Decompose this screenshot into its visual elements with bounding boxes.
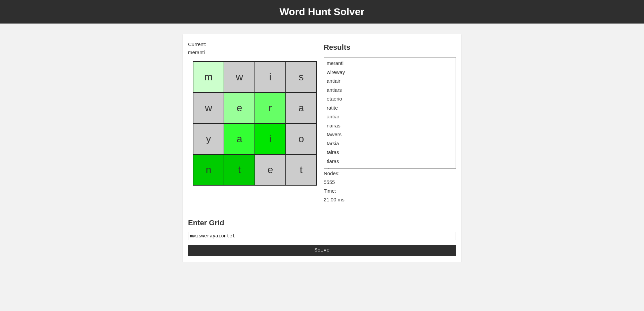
- top-row: Current: meranti m w i s w e r a y a i o…: [188, 40, 456, 204]
- grid-cell[interactable]: e: [224, 92, 255, 123]
- grid-cell[interactable]: t: [286, 154, 317, 185]
- enter-grid-heading: Enter Grid: [188, 219, 456, 227]
- stats-block: Nodes: 5555 Time: 21.00 ms: [324, 169, 456, 204]
- result-item[interactable]: ratite: [327, 104, 453, 113]
- result-item[interactable]: tairas: [327, 148, 453, 157]
- result-item[interactable]: wireway: [327, 68, 453, 77]
- result-item[interactable]: antiair: [327, 77, 453, 86]
- page-title: Word Hunt Solver: [280, 6, 365, 17]
- current-word: meranti: [188, 48, 317, 56]
- grid-cell[interactable]: y: [193, 123, 224, 154]
- grid-cell[interactable]: m: [193, 62, 224, 92]
- main-card: Current: meranti m w i s w e r a y a i o…: [183, 34, 461, 262]
- result-item[interactable]: tiaras: [327, 157, 453, 166]
- grid-cell[interactable]: n: [193, 154, 224, 185]
- result-item[interactable]: antiars: [327, 86, 453, 95]
- result-item[interactable]: tarsia: [327, 139, 453, 148]
- results-heading: Results: [324, 43, 456, 52]
- solve-button[interactable]: Solve: [188, 245, 456, 256]
- grid-cell[interactable]: a: [286, 92, 317, 123]
- grid-cell[interactable]: o: [286, 123, 317, 154]
- page-header: Word Hunt Solver: [0, 0, 644, 24]
- left-panel: Current: meranti m w i s w e r a y a i o…: [188, 40, 317, 204]
- nodes-label: Nodes:: [324, 169, 456, 178]
- letter-grid: m w i s w e r a y a i o n t e t: [193, 61, 317, 186]
- grid-cell[interactable]: t: [224, 154, 255, 185]
- grid-cell[interactable]: i: [255, 123, 286, 154]
- result-item[interactable]: etaerio: [327, 94, 453, 104]
- grid-input[interactable]: [188, 232, 456, 240]
- grid-cell[interactable]: i: [255, 62, 286, 92]
- result-item[interactable]: tawers: [327, 130, 453, 139]
- grid-cell[interactable]: e: [255, 154, 286, 185]
- result-item[interactable]: meranti: [327, 59, 453, 68]
- nodes-value: 5555: [324, 178, 456, 186]
- grid-cell[interactable]: a: [224, 123, 255, 154]
- current-label: Current:: [188, 40, 317, 48]
- time-value: 21.00 ms: [324, 196, 456, 204]
- result-item[interactable]: antiar: [327, 112, 453, 121]
- grid-cell[interactable]: w: [224, 62, 255, 92]
- result-item[interactable]: nairas: [327, 121, 453, 130]
- result-item[interactable]: tiaras: [327, 166, 453, 169]
- grid-cell[interactable]: s: [286, 62, 317, 92]
- results-list[interactable]: meranti wireway antiair antiars etaerio …: [324, 57, 456, 169]
- grid-cell[interactable]: r: [255, 92, 286, 123]
- grid-cell[interactable]: w: [193, 92, 224, 123]
- right-panel: Results meranti wireway antiair antiars …: [324, 40, 456, 204]
- time-label: Time:: [324, 187, 456, 195]
